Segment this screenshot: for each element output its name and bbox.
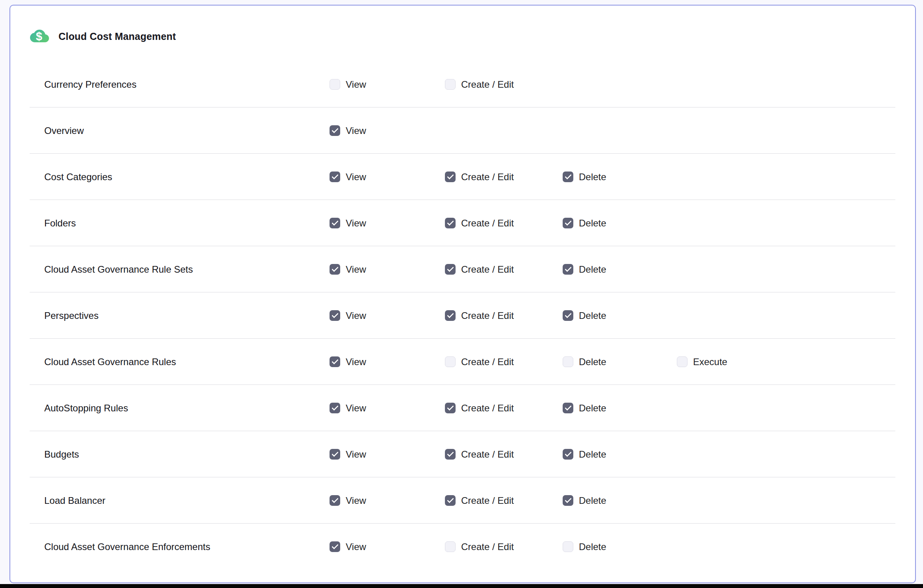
permission-label: Delete [579,495,606,506]
view-checkbox[interactable] [330,218,340,228]
permission-cell: Delete [563,310,606,321]
permission-label: View [346,218,366,229]
delete-checkbox[interactable] [563,264,573,275]
svg-text:$: $ [36,30,42,43]
permission-row: Cost CategoriesViewCreate / EditDelete [10,154,915,200]
permission-cell: Create / Edit [445,495,514,506]
clipped-bottom-bar [0,584,923,588]
permission-cell: Delete [563,449,606,460]
view-checkbox[interactable] [330,403,340,413]
create-edit-checkbox[interactable] [445,403,456,413]
permission-cell: Delete [563,264,606,275]
resource-name: Budgets [44,449,79,460]
permission-label: Create / Edit [461,79,514,90]
permission-cell: View [330,264,366,275]
permission-cell: Create / Edit [445,264,514,275]
create-edit-checkbox[interactable] [445,495,456,506]
permission-cell: View [330,403,366,414]
view-checkbox[interactable] [330,356,340,367]
delete-checkbox[interactable] [563,495,573,506]
permission-cell: View [330,495,366,506]
permission-row: BudgetsViewCreate / EditDelete [10,431,915,477]
permission-cell: View [330,172,366,183]
view-checkbox[interactable] [330,172,340,182]
view-checkbox[interactable] [330,310,340,321]
resource-name: Perspectives [44,310,98,321]
permission-label: Create / Edit [461,449,514,460]
permission-label: Delete [579,356,606,368]
resource-name: AutoStopping Rules [44,403,128,414]
permission-cell: Delete [563,495,606,506]
permission-label: Delete [579,264,606,275]
permission-cell: Create / Edit [445,218,514,229]
permission-cell: View [330,356,366,368]
permission-row: FoldersViewCreate / EditDelete [10,200,915,246]
view-checkbox[interactable] [330,495,340,506]
permission-cell: Delete [563,356,606,368]
create-edit-checkbox[interactable] [445,218,456,228]
permission-label: Create / Edit [461,310,514,321]
permission-label: Create / Edit [461,541,514,552]
delete-checkbox[interactable] [563,218,573,228]
permission-label: View [346,79,366,90]
permission-label: View [346,403,366,414]
delete-checkbox[interactable] [563,449,573,460]
create-edit-checkbox[interactable] [445,172,456,182]
permission-label: Create / Edit [461,264,514,275]
permission-row: OverviewView [10,107,915,154]
permission-cell: Create / Edit [445,310,514,321]
resource-name: Overview [44,125,84,136]
create-edit-checkbox[interactable] [445,79,456,90]
permission-label: Create / Edit [461,495,514,506]
permission-cell: Create / Edit [445,541,514,552]
permission-label: View [346,125,366,136]
permission-cell: Create / Edit [445,356,514,368]
permissions-table: Currency PreferencesViewCreate / EditOve… [10,61,915,570]
permission-label: Delete [579,541,606,552]
delete-checkbox[interactable] [563,541,573,552]
permission-cell: Create / Edit [445,79,514,90]
create-edit-checkbox[interactable] [445,356,456,367]
create-edit-checkbox[interactable] [445,310,456,321]
page-title: Cloud Cost Management [58,31,176,42]
permission-row: AutoStopping RulesViewCreate / EditDelet… [10,385,915,431]
delete-checkbox[interactable] [563,356,573,367]
permission-cell: Delete [563,218,606,229]
card-header: $ Cloud Cost Management [30,28,176,45]
permission-label: Create / Edit [461,218,514,229]
permission-label: Delete [579,172,606,183]
permission-label: Delete [579,449,606,460]
create-edit-checkbox[interactable] [445,264,456,275]
resource-name: Cloud Asset Governance Enforcements [44,541,210,552]
delete-checkbox[interactable] [563,172,573,182]
view-checkbox[interactable] [330,449,340,460]
permission-cell: View [330,310,366,321]
resource-name: Cloud Asset Governance Rules [44,356,176,368]
permission-label: Create / Edit [461,356,514,368]
resource-name: Cloud Asset Governance Rule Sets [44,264,193,275]
delete-checkbox[interactable] [563,403,573,413]
cloud-dollar-icon: $ [30,28,49,45]
view-checkbox[interactable] [330,264,340,275]
resource-name: Load Balancer [44,495,105,506]
permission-cell: View [330,79,366,90]
create-edit-checkbox[interactable] [445,449,456,460]
execute-checkbox[interactable] [677,356,688,367]
permission-label: View [346,449,366,460]
create-edit-checkbox[interactable] [445,541,456,552]
permission-cell: View [330,449,366,460]
permission-label: View [346,264,366,275]
delete-checkbox[interactable] [563,310,573,321]
resource-name: Folders [44,218,76,229]
permission-cell: Delete [563,541,606,552]
permission-cell: Delete [563,172,606,183]
view-checkbox[interactable] [330,541,340,552]
view-checkbox[interactable] [330,125,340,136]
permission-row: Currency PreferencesViewCreate / Edit [10,61,915,107]
permission-label: Create / Edit [461,403,514,414]
permission-label: View [346,310,366,321]
view-checkbox[interactable] [330,79,340,90]
cloud-cost-management-card: $ Cloud Cost Management Currency Prefere… [9,5,916,583]
permission-label: Delete [579,403,606,414]
permission-row: Cloud Asset Governance EnforcementsViewC… [10,524,915,570]
